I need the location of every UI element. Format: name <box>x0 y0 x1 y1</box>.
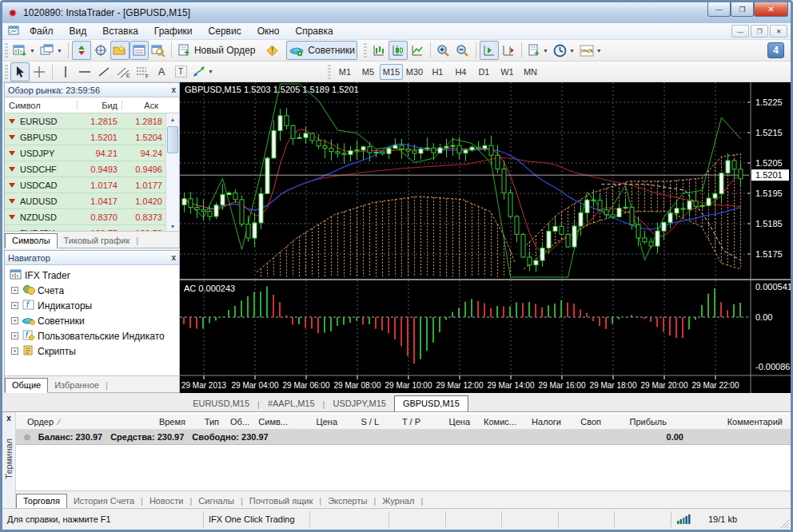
panel-close-icon[interactable]: x <box>171 85 176 94</box>
equidistant-channel-tool[interactable]: E <box>114 62 133 81</box>
maximize-button[interactable]: ❐ <box>731 2 754 17</box>
market-watch-row[interactable]: USDJPY94.2194.24 <box>5 145 179 161</box>
expander-icon[interactable]: + <box>11 332 18 339</box>
timeframe-w1[interactable]: W1 <box>496 64 519 80</box>
crosshair-tool[interactable] <box>30 62 49 81</box>
vertical-line-tool[interactable] <box>56 62 75 81</box>
dropdown-arrow-icon[interactable]: ▼ <box>596 48 602 54</box>
dropdown-arrow-icon[interactable]: ▼ <box>543 48 548 54</box>
indicators-button[interactable]: ▼ <box>577 41 604 60</box>
title-bar[interactable]: ✹ 1020890: InstaTrader - [GBPUSD,M15] — … <box>2 2 791 23</box>
chart-tab[interactable]: #AAPL,M15 <box>260 396 323 411</box>
timeframe-h4[interactable]: H4 <box>449 64 472 80</box>
terminal-column[interactable]: S / L <box>342 417 384 427</box>
terminal-tab[interactable]: Почтовый ящик <box>243 494 319 508</box>
terminal-tab[interactable]: Журнал <box>376 494 420 508</box>
new-order-button[interactable]: + Новый Ордер <box>175 41 257 60</box>
timeframe-m30[interactable]: M30 <box>403 64 426 80</box>
terminal-column[interactable]: Налоги <box>521 417 566 427</box>
expander-icon[interactable]: + <box>11 347 18 355</box>
terminal-tab[interactable]: Новости <box>143 494 190 508</box>
column-ask[interactable]: Аск <box>122 101 162 110</box>
terminal-column[interactable]: Комис... <box>475 417 521 427</box>
panel-close-icon[interactable]: x <box>171 253 176 262</box>
expander-icon[interactable]: + <box>11 302 18 309</box>
navigator-tab[interactable]: Избранное <box>48 379 106 392</box>
data-window-toggle[interactable] <box>91 41 110 60</box>
terminal-toggle[interactable] <box>130 41 149 60</box>
fibonacci-tool[interactable]: F <box>133 62 152 81</box>
chart-shift-button[interactable] <box>499 41 518 60</box>
expander-icon[interactable]: + <box>11 287 18 294</box>
bar-chart-button[interactable] <box>369 41 389 60</box>
market-watch-row[interactable]: AUDUSD1.04171.0420 <box>5 193 179 209</box>
terminal-tab[interactable]: Торговля <box>16 494 67 509</box>
child-restore-button[interactable]: ❐ <box>751 25 768 38</box>
scrollbar-thumb[interactable] <box>167 126 178 153</box>
notifications-badge[interactable]: 4 <box>767 42 784 58</box>
terminal-column[interactable]: Время <box>142 417 190 427</box>
navigator-tab[interactable]: Общие <box>5 378 48 393</box>
terminal-column[interactable]: Своп <box>566 417 606 427</box>
expert-advisors-button[interactable]: Советники <box>286 41 357 60</box>
text-tool[interactable]: A <box>152 62 171 81</box>
new-chart-button[interactable]: + ▼ <box>10 41 38 60</box>
menu-item[interactable]: Окно <box>249 23 288 39</box>
price-chart[interactable]: 1.52251.52151.52051.51951.51851.51751.52… <box>180 82 791 393</box>
timeframe-h1[interactable]: H1 <box>426 64 449 80</box>
toolbar-grip[interactable] <box>5 43 8 58</box>
profiles-button[interactable]: ▼ <box>38 41 65 60</box>
navigator-item[interactable]: +fИндикаторы <box>5 298 179 313</box>
line-chart-button[interactable] <box>408 41 427 60</box>
navigator-item[interactable]: +Советники <box>5 313 179 328</box>
close-button[interactable]: ✕ <box>754 2 788 17</box>
market-watch-toggle[interactable] <box>72 41 91 60</box>
resize-grip[interactable] <box>779 518 790 529</box>
zoom-out-button[interactable] <box>453 41 472 60</box>
chart-canvas[interactable]: 1.52251.52151.52051.51951.51851.51751.52… <box>180 82 791 393</box>
terminal-column[interactable]: Об... <box>224 417 254 427</box>
terminal-tab[interactable]: История Счета <box>67 494 141 508</box>
strategy-tester-toggle[interactable] <box>149 41 168 60</box>
navigator-toggle[interactable] <box>110 41 130 60</box>
child-minimize-button[interactable]: — <box>731 25 749 38</box>
market-watch-row[interactable]: NZDUSD0.83700.8373 <box>5 209 179 225</box>
chart-tab[interactable]: GBPUSD,M15 <box>394 395 468 412</box>
column-symbol[interactable]: Символ <box>5 101 78 110</box>
market-watch-row[interactable]: USDCHF0.94930.9496 <box>5 161 179 177</box>
child-window-icon[interactable] <box>6 26 22 38</box>
arrow-tools[interactable]: ▼ <box>190 62 216 81</box>
terminal-column[interactable]: Прибыль <box>606 417 671 427</box>
dropdown-arrow-icon[interactable]: ▼ <box>30 48 35 54</box>
zoom-in-button[interactable] <box>434 41 453 60</box>
market-watch-tab[interactable]: Символы <box>5 233 58 248</box>
terminal-close-icon[interactable]: x <box>6 412 11 424</box>
terminal-column[interactable]: T / P <box>384 417 425 427</box>
market-watch-row[interactable]: EURUSD1.28151.2818 <box>5 113 179 129</box>
navigator-item[interactable]: +fПользовательские Индикато <box>5 328 179 343</box>
horizontal-line-tool[interactable] <box>75 62 94 81</box>
terminal-column[interactable]: Ордер∕ <box>22 417 142 427</box>
menu-item[interactable]: Сервис <box>201 23 249 39</box>
text-label-tool[interactable]: T <box>171 62 190 81</box>
scroll-up-icon[interactable]: ▲ <box>166 113 179 125</box>
candlestick-chart-button[interactable] <box>389 41 408 60</box>
terminal-column[interactable]: Цена <box>425 417 475 427</box>
timeframe-m1[interactable]: M1 <box>333 64 357 80</box>
terminal-tab[interactable]: Сигналы <box>192 494 241 508</box>
column-bid[interactable]: Бид <box>78 101 122 110</box>
terminal-column[interactable]: Симв... <box>254 417 293 427</box>
dropdown-arrow-icon[interactable]: ▼ <box>57 48 62 54</box>
menu-item[interactable]: Файл <box>22 23 62 39</box>
toolbar-grip[interactable] <box>5 65 8 79</box>
terminal-column[interactable]: Тип <box>190 417 224 427</box>
market-watch-row[interactable]: GBPUSD1.52011.5204 <box>5 129 179 145</box>
timeframe-m5[interactable]: M5 <box>357 64 380 80</box>
navigator-root[interactable]: IFX Trader <box>5 268 179 283</box>
cursor-tool[interactable] <box>10 62 30 81</box>
templates-button[interactable]: + ▼ <box>525 41 551 60</box>
timeframe-mn[interactable]: MN <box>519 64 542 80</box>
market-watch-header[interactable]: Обзор рынка: 23:59:56 x <box>5 83 179 97</box>
market-watch-row[interactable]: USDCAD1.01741.0177 <box>5 177 179 193</box>
dropdown-arrow-icon[interactable]: ▼ <box>569 48 575 54</box>
